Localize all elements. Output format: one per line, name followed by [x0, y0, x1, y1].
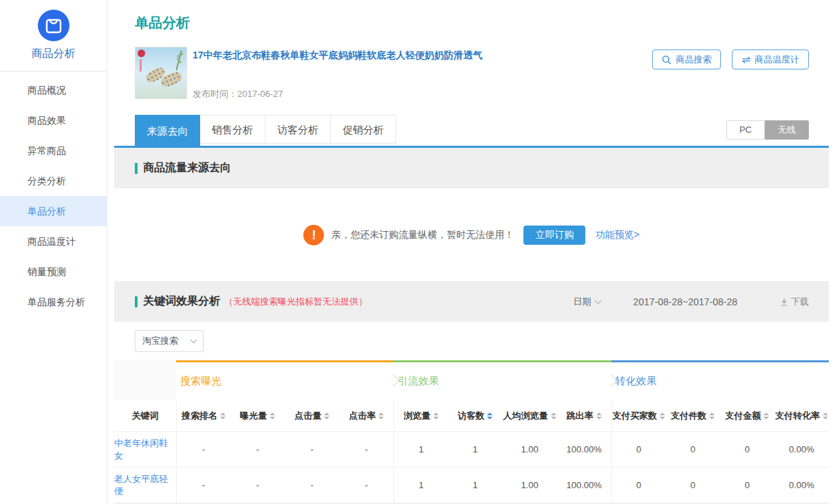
cell-value: -	[230, 432, 285, 467]
sort-icon[interactable]	[823, 413, 828, 419]
cell-value: -	[339, 432, 393, 467]
tab-promotion-analysis[interactable]: 促销分析	[331, 115, 396, 144]
sidebar-item-category-analysis[interactable]: 分类分析	[0, 166, 107, 196]
publish-time: 发布时间：2017-06-27	[193, 88, 483, 100]
sort-icon[interactable]	[220, 413, 226, 419]
col-ctr[interactable]: 点击率	[339, 400, 393, 431]
cell-value: -	[230, 468, 285, 503]
filter-row: 淘宝搜索	[114, 322, 829, 360]
product-title-link[interactable]: 17中年老北京布鞋春秋单鞋女平底妈妈鞋软底老人轻便奶奶防滑透气	[193, 48, 483, 62]
cell-value: 1.00	[503, 432, 557, 467]
keyword-link[interactable]: 老人女平底轻便	[114, 468, 176, 503]
sort-icon[interactable]	[763, 413, 769, 419]
sidebar-logo-block: 商品分析	[0, 0, 107, 72]
keyword-section-note: （无线端搜索曝光指标暂无法提供）	[224, 296, 367, 308]
sort-icon[interactable]	[660, 413, 665, 419]
date-range-value[interactable]: 2017-08-28~2017-08-28	[633, 296, 737, 307]
col-paid-items[interactable]: 支付件数	[666, 400, 720, 431]
col-payment-conversion[interactable]: 支付转化率	[774, 400, 829, 431]
cell-value: 100.00%	[557, 468, 611, 503]
sort-icon[interactable]	[551, 413, 556, 419]
tab-source-destination[interactable]: 来源去向	[135, 115, 200, 146]
tab-sales-analysis[interactable]: 销售分析	[200, 115, 265, 144]
download-icon	[780, 298, 788, 306]
product-thumbnail[interactable]	[135, 47, 187, 99]
col-paying-buyers[interactable]: 支付买家数	[611, 400, 666, 431]
download-button[interactable]: 下载	[780, 296, 809, 308]
product-thermometer-label: 商品温度计	[755, 54, 799, 66]
notice-text: 亲，您还未订购流量纵横，暂时无法使用！	[331, 229, 514, 241]
sidebar-item-product-effect[interactable]: 商品效果	[0, 105, 107, 135]
warning-icon: !	[303, 225, 324, 245]
source-section-title: 商品流量来源去向	[135, 161, 231, 175]
col-bounce-rate[interactable]: 跳出率	[557, 400, 611, 431]
col-label: 浏览量	[404, 410, 431, 422]
sidebar-item-single-product-service[interactable]: 单品服务分析	[0, 287, 107, 317]
sort-icon[interactable]	[378, 413, 384, 419]
sort-icon[interactable]	[596, 413, 602, 419]
keyword-link[interactable]: 中老年休闲鞋女	[114, 432, 176, 467]
download-label: 下载	[791, 296, 809, 308]
col-paid-amount[interactable]: 支付金额	[720, 400, 774, 431]
col-search-rank[interactable]: 搜索排名	[176, 400, 230, 431]
section-accent-bar	[135, 296, 138, 307]
order-now-button[interactable]: 立即订购	[523, 226, 585, 245]
col-label: 跳出率	[567, 410, 594, 422]
cell-value: 0	[720, 432, 774, 467]
date-dropdown[interactable]: 日期	[574, 296, 600, 308]
col-exposure[interactable]: 曝光量	[230, 400, 285, 431]
sidebar-logo-label: 商品分析	[0, 47, 107, 61]
sort-icon[interactable]	[324, 413, 329, 419]
cell-value: 0	[611, 432, 666, 467]
col-label: 曝光量	[240, 410, 267, 422]
source-section-header: 商品流量来源去向	[114, 148, 829, 188]
cell-value: 0	[666, 468, 720, 503]
col-label: 支付金额	[725, 410, 761, 422]
shopping-bag-icon	[38, 10, 69, 41]
tabs-row: 来源去向 销售分析 访客分析 促销分析 PC 无线	[114, 115, 829, 148]
sidebar-nav: 商品概况 商品效果 异常商品 分类分析 单品分析 商品温度计 销量预测 单品服务…	[0, 72, 107, 317]
sidebar-item-abnormal-products[interactable]: 异常商品	[0, 135, 107, 166]
cell-value: 1.00	[503, 468, 557, 503]
sidebar-item-product-overview[interactable]: 商品概况	[0, 75, 107, 105]
product-search-button[interactable]: 商品搜索	[652, 50, 721, 69]
col-label: 点击量	[294, 410, 321, 422]
search-channel-value: 淘宝搜索	[142, 335, 178, 347]
product-search-label: 商品搜索	[675, 54, 711, 66]
chevron-down-icon	[594, 297, 601, 304]
keyword-section-title-text: 关键词效果分析	[143, 294, 220, 309]
keyword-section-controls: 日期 2017-08-28~2017-08-28 下载	[574, 296, 809, 308]
tab-visitor-analysis[interactable]: 访客分析	[265, 115, 331, 144]
tabs-underline	[114, 146, 829, 148]
col-label: 搜索排名	[182, 410, 217, 422]
sidebar-item-product-thermometer[interactable]: 商品温度计	[0, 226, 107, 256]
toggle-pc[interactable]: PC	[726, 120, 765, 140]
col-pageviews[interactable]: 浏览量	[393, 400, 448, 431]
sidebar-item-single-product-analysis[interactable]: 单品分析	[0, 196, 107, 226]
feature-preview-link[interactable]: 功能预览>	[595, 229, 639, 241]
toggle-wireless[interactable]: 无线	[765, 120, 809, 140]
sort-icon-active[interactable]	[487, 413, 492, 419]
col-label: 支付转化率	[775, 410, 820, 422]
date-dropdown-label: 日期	[574, 296, 592, 308]
col-label: 访客数	[457, 410, 484, 422]
cell-value: 0	[666, 432, 720, 467]
col-visitors[interactable]: 访客数	[448, 400, 502, 431]
plant-sprig	[175, 50, 182, 71]
sort-icon[interactable]	[709, 413, 715, 419]
product-thermometer-button[interactable]: ⇌ 商品温度计	[732, 50, 809, 69]
sidebar-item-sales-forecast[interactable]: 销量预测	[0, 256, 107, 287]
sort-icon[interactable]	[270, 413, 275, 419]
col-avg-pageviews[interactable]: 人均浏览量	[503, 400, 557, 431]
col-clicks[interactable]: 点击量	[285, 400, 339, 431]
table-header-row: 关键词 搜索排名 曝光量 点击量 点击率 浏览量 访客数 人均浏览量 跳出率 支…	[114, 400, 829, 432]
group-search-exposure: 搜索曝光	[176, 360, 393, 400]
sidebar: 商品分析 商品概况 商品效果 异常商品 分类分析 单品分析 商品温度计 销量预测…	[0, 0, 107, 504]
table-row: 中老年休闲鞋女 - - - - 1 1 1.00 100.00% 0 0 0 0…	[114, 432, 829, 468]
group-traffic-effect: 引流效果	[393, 360, 611, 400]
sort-icon[interactable]	[433, 413, 439, 419]
main-content: 单品分析 17中年老北京布鞋春秋单鞋女平底妈妈鞋软底老人轻便奶奶防滑透气 发布时…	[108, 0, 835, 504]
col-label: 点击率	[349, 410, 376, 422]
search-channel-select[interactable]: 淘宝搜索	[135, 330, 204, 352]
header-buttons: 商品搜索 ⇌ 商品温度计	[652, 47, 809, 69]
